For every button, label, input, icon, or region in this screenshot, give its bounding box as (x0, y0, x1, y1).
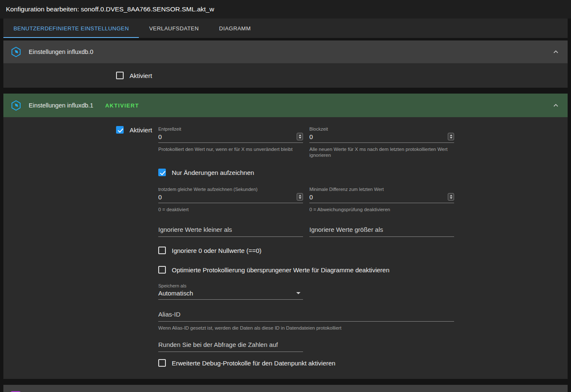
disable-skipped-checkbox[interactable] (158, 266, 166, 274)
field-helper: Wenn Alias-ID gesetzt ist, werden die Da… (158, 325, 454, 331)
tab-label: BENUTZERDEFINIERTE EINSTELLUNGEN (14, 25, 129, 32)
accordion-influxdb0-body: Aktiviert (3, 63, 568, 88)
number-stepper-icon[interactable] (448, 193, 454, 201)
accordion-next-header[interactable] (3, 385, 568, 392)
checkbox-label: Aktiviert (130, 126, 152, 134)
field-debounce: Entprellzeit Protokolliert den Wert nur,… (158, 126, 303, 158)
accordion-influxdb0-header[interactable]: Einstellungen influxdb.0 (3, 40, 568, 63)
ignore-below-input[interactable]: Ignoriere Werte kleiner als (158, 226, 303, 237)
chevron-down-icon (296, 292, 300, 294)
influxdb1-enabled-checkbox[interactable] (116, 126, 124, 134)
checkbox-label: Aktiviert (130, 72, 152, 79)
settings-form: Entprellzeit Protokolliert den Wert nur,… (158, 126, 454, 367)
number-stepper-icon[interactable] (448, 133, 454, 140)
round-input[interactable]: Runden Sie bei der Abfrage die Zahlen au… (158, 341, 303, 352)
dialog-titlebar: Konfiguration bearbeiten: sonoff.0.DVES_… (0, 0, 571, 19)
debug-log-row[interactable]: Erweiterte Debug-Protokolle für den Date… (158, 359, 454, 367)
storage-type-select[interactable]: Automatisch (158, 290, 303, 300)
accordion-title: Einstellungen influxdb.0 (29, 48, 93, 55)
field-blocktime: Blockzeit Alle neuen Werte für X ms nach… (309, 126, 454, 158)
field-helper: Alle neuen Werte für X ms nach dem letzt… (309, 146, 454, 158)
field-label: Minimale Differenz zum letzten Wert (309, 187, 454, 192)
tab-bar: BENUTZERDEFINIERTE EINSTELLUNGEN VERLAUF… (3, 19, 568, 38)
changes-only-row[interactable]: Nur Änderungen aufzeichnen (158, 168, 454, 177)
field-alias-id: Alias-ID Wenn Alias-ID gesetzt ist, werd… (158, 311, 454, 331)
select-value: Automatisch (158, 290, 193, 297)
field-label: Speichern als (158, 283, 303, 288)
dialog-content: BENUTZERDEFINIERTE EINSTELLUNGEN VERLAUF… (3, 19, 568, 392)
field-round: Runden Sie bei der Abfrage die Zahlen au… (158, 341, 303, 352)
field-ignore-above: Ignoriere Werte größer als (309, 226, 454, 237)
number-stepper-icon[interactable] (297, 193, 303, 201)
form-row-relog-mindiff: trotzdem gleiche Werte aufzeichnen (Seku… (158, 187, 454, 212)
field-min-diff: Minimale Differenz zum letzten Wert 0 = … (309, 187, 454, 212)
field-storage-type: Speichern als Automatisch (158, 283, 303, 300)
accordion-influxdb1-header[interactable]: Einstellungen influxdb.1 AKTIVIERT (3, 94, 568, 117)
checkbox-label: Ignoriere 0 oder Nullwerte (==0) (172, 247, 262, 254)
number-stepper-icon[interactable] (297, 133, 303, 140)
field-helper: Protokolliert den Wert nur, wenn er für … (158, 146, 303, 152)
blocktime-input[interactable] (309, 133, 448, 140)
ignore-zero-row[interactable]: Ignoriere 0 oder Nullwerte (==0) (158, 246, 454, 255)
form-row-debounce-blocktime: Entprellzeit Protokolliert den Wert nur,… (158, 126, 454, 158)
changes-only-checkbox[interactable] (158, 169, 166, 176)
influxdb-icon (11, 100, 22, 111)
tab-history-data[interactable]: VERLAUFSDATEN (139, 19, 209, 38)
ignore-zero-checkbox[interactable] (158, 247, 166, 254)
tab-label: VERLAUFSDATEN (149, 25, 199, 32)
chevron-up-icon[interactable] (551, 47, 560, 56)
influxdb1-enabled-row[interactable]: Aktiviert (116, 126, 152, 134)
field-label: Blockzeit (309, 126, 454, 132)
accordion-influxdb1-body: Aktiviert Entprellzeit Protokolliert den… (3, 117, 568, 379)
influxdb0-enabled-checkbox[interactable] (116, 72, 124, 79)
status-badge: AKTIVIERT (105, 102, 139, 109)
accordion-influxdb1: Einstellungen influxdb.1 AKTIVIERT Aktiv… (3, 94, 568, 379)
tab-custom-settings[interactable]: BENUTZERDEFINIERTE EINSTELLUNGEN (3, 19, 139, 38)
min-diff-input[interactable] (309, 193, 448, 201)
alias-id-input[interactable]: Alias-ID (158, 311, 454, 322)
field-helper: 0 = deaktiviert (158, 207, 303, 212)
checkbox-label: Erweiterte Debug-Protokolle für den Date… (172, 360, 336, 367)
checkbox-label: Optimierte Protokollierung übersprungene… (172, 266, 390, 274)
debounce-input[interactable] (158, 133, 297, 140)
ignore-above-input[interactable]: Ignoriere Werte größer als (309, 226, 454, 237)
dialog-title: Konfiguration bearbeiten: sonoff.0.DVES_… (6, 5, 214, 13)
influxdb0-enabled-row[interactable]: Aktiviert (116, 71, 152, 80)
tab-label: DIAGRAMM (219, 25, 251, 32)
relog-input[interactable] (158, 193, 297, 201)
debug-log-checkbox[interactable] (158, 359, 166, 367)
field-relog: trotzdem gleiche Werte aufzeichnen (Seku… (158, 187, 303, 212)
field-ignore-below: Ignoriere Werte kleiner als (158, 226, 303, 237)
form-row-ignore-limits: Ignoriere Werte kleiner als Ignoriere We… (158, 226, 454, 237)
field-label: trotzdem gleiche Werte aufzeichnen (Seku… (158, 187, 303, 192)
influxdb-icon (11, 46, 22, 57)
field-label: Entprellzeit (158, 126, 303, 132)
tab-diagram[interactable]: DIAGRAMM (209, 19, 261, 38)
accordion-title: Einstellungen influxdb.1 (29, 102, 93, 109)
disable-skipped-row[interactable]: Optimierte Protokollierung übersprungene… (158, 266, 454, 274)
field-helper: 0 = Abweichungsprüfung deaktivieren (309, 207, 454, 212)
checkbox-label: Nur Änderungen aufzeichnen (172, 169, 254, 176)
accordion-influxdb0: Einstellungen influxdb.0 Aktiviert (3, 40, 568, 88)
chevron-up-icon[interactable] (551, 101, 560, 110)
